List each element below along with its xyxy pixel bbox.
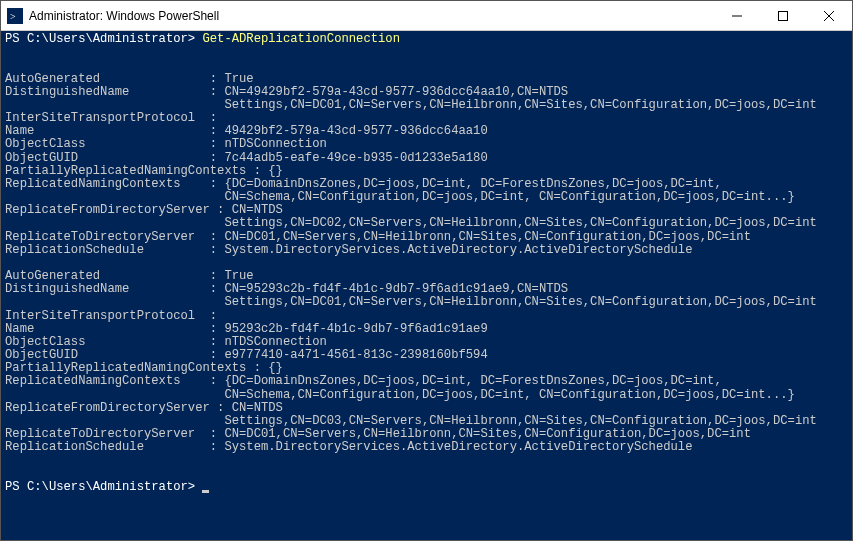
command-text: Get-ADReplicationConnection [202, 32, 399, 46]
record-0-DistinguishedName-cont: Settings,CN=DC01,CN=Servers,CN=Heilbronn… [5, 98, 817, 112]
record-0-ObjectClass: ObjectClass : nTDSConnection [5, 137, 327, 151]
record-1-ObjectGUID: ObjectGUID : e9777410-a471-4561-813c-239… [5, 348, 488, 362]
titlebar[interactable]: > Administrator: Windows PowerShell [1, 1, 852, 31]
maximize-button[interactable] [760, 1, 806, 31]
cursor [202, 490, 209, 493]
record-1-InterSiteTransportProtocol: InterSiteTransportProtocol : [5, 309, 224, 323]
record-1-ObjectClass: ObjectClass : nTDSConnection [5, 335, 327, 349]
record-0-ReplicationSchedule: ReplicationSchedule : System.DirectorySe… [5, 243, 693, 257]
record-1-DistinguishedName-cont: Settings,CN=DC01,CN=Servers,CN=Heilbronn… [5, 295, 817, 309]
record-1-Name: Name : 95293c2b-fd4f-4b1c-9db7-9f6ad1c91… [5, 322, 488, 336]
minimize-button[interactable] [714, 1, 760, 31]
record-0-ObjectGUID: ObjectGUID : 7c44adb5-eafe-49ce-b935-0d1… [5, 151, 488, 165]
record-0-ReplicateFromDirectoryServer: ReplicateFromDirectoryServer : CN=NTDS [5, 203, 283, 217]
close-button[interactable] [806, 1, 852, 31]
record-1-PartiallyReplicatedNamingContexts: PartiallyReplicatedNamingContexts : {} [5, 361, 283, 375]
record-1-ReplicateToDirectoryServer: ReplicateToDirectoryServer : CN=DC01,CN=… [5, 427, 751, 441]
record-0-InterSiteTransportProtocol: InterSiteTransportProtocol : [5, 111, 224, 125]
record-1-ReplicatedNamingContexts-cont: CN=Schema,CN=Configuration,DC=joos,DC=in… [5, 388, 795, 402]
record-1-AutoGenerated: AutoGenerated : True [5, 269, 254, 283]
record-1-ReplicateFromDirectoryServer-cont: Settings,CN=DC03,CN=Servers,CN=Heilbronn… [5, 414, 817, 428]
powershell-icon: > [7, 8, 23, 24]
svg-text:>: > [10, 11, 16, 22]
powershell-window: > Administrator: Windows PowerShell PS C… [0, 0, 853, 541]
record-0-ReplicatedNamingContexts: ReplicatedNamingContexts : {DC=DomainDns… [5, 177, 722, 191]
record-0-ReplicateToDirectoryServer: ReplicateToDirectoryServer : CN=DC01,CN=… [5, 230, 751, 244]
record-0-PartiallyReplicatedNamingContexts: PartiallyReplicatedNamingContexts : {} [5, 164, 283, 178]
record-1-ReplicationSchedule: ReplicationSchedule : System.DirectorySe… [5, 440, 693, 454]
record-1-ReplicatedNamingContexts: ReplicatedNamingContexts : {DC=DomainDns… [5, 374, 722, 388]
prompt-line: PS C:\Users\Administrator> [5, 32, 202, 46]
terminal-output[interactable]: PS C:\Users\Administrator> Get-ADReplica… [1, 31, 852, 540]
record-0-ReplicateFromDirectoryServer-cont: Settings,CN=DC02,CN=Servers,CN=Heilbronn… [5, 216, 817, 230]
record-0-AutoGenerated: AutoGenerated : True [5, 72, 254, 86]
record-0-Name: Name : 49429bf2-579a-43cd-9577-936dcc64a… [5, 124, 488, 138]
record-1-DistinguishedName: DistinguishedName : CN=95293c2b-fd4f-4b1… [5, 282, 568, 296]
record-0-ReplicatedNamingContexts-cont: CN=Schema,CN=Configuration,DC=joos,DC=in… [5, 190, 795, 204]
svg-rect-3 [779, 11, 788, 20]
window-title: Administrator: Windows PowerShell [29, 9, 714, 23]
record-0-DistinguishedName: DistinguishedName : CN=49429bf2-579a-43c… [5, 85, 568, 99]
prompt-line-2: PS C:\Users\Administrator> [5, 480, 202, 494]
record-1-ReplicateFromDirectoryServer: ReplicateFromDirectoryServer : CN=NTDS [5, 401, 283, 415]
